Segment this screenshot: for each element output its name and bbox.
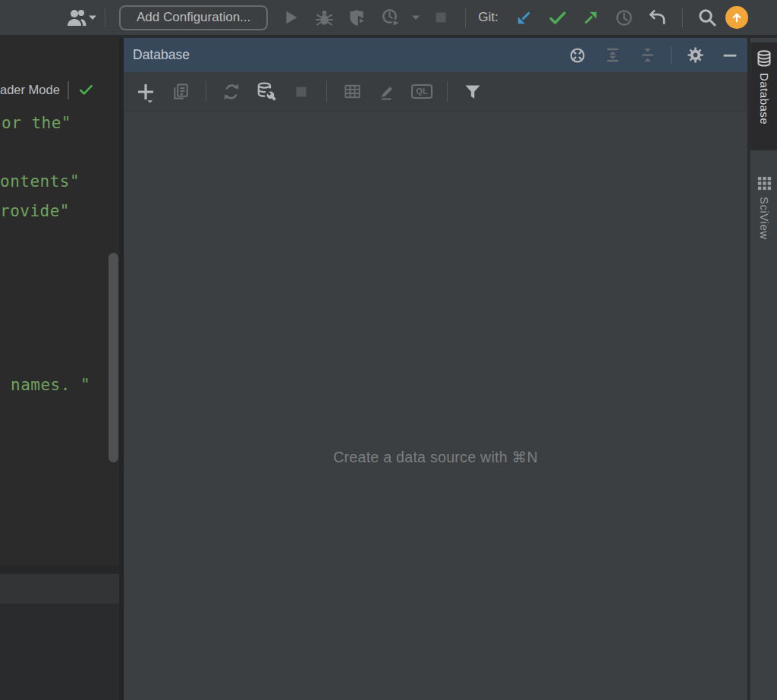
- panel-divider: [0, 565, 119, 574]
- database-icon: [755, 49, 773, 68]
- database-toolbar: QL: [124, 72, 747, 112]
- stripe-tab-label: Database: [758, 73, 771, 125]
- history-button[interactable]: [608, 5, 641, 30]
- debug-button[interactable]: [307, 5, 341, 30]
- add-configuration-button[interactable]: Add Configuration...: [119, 5, 268, 30]
- lower-panel: [0, 604, 119, 700]
- data-source-properties-icon[interactable]: [253, 79, 279, 105]
- main-toolbar: Add Configuration... Git:: [0, 0, 777, 36]
- stop-icon[interactable]: [288, 79, 314, 105]
- collapse-all-button[interactable]: [636, 44, 659, 67]
- query-console-icon[interactable]: QL: [409, 79, 435, 105]
- toolbar-divider: [465, 8, 466, 27]
- database-titlebar[interactable]: Database: [124, 38, 747, 72]
- run-button[interactable]: [274, 5, 307, 30]
- update-available-badge[interactable]: [725, 6, 748, 29]
- git-push-button[interactable]: [574, 5, 608, 30]
- code-line: rovide": [0, 202, 70, 220]
- panel-title: Database: [133, 47, 190, 63]
- filter-icon[interactable]: [460, 79, 486, 105]
- run-options-chevron-icon[interactable]: [407, 5, 424, 30]
- git-commit-button[interactable]: [541, 5, 574, 30]
- code-line: ontents": [0, 172, 80, 191]
- rollback-button[interactable]: [641, 5, 675, 30]
- settings-gear-icon[interactable]: [684, 44, 706, 67]
- refresh-icon[interactable]: [219, 79, 244, 105]
- lower-panel-header: [0, 574, 119, 604]
- ql-badge: QL: [411, 84, 432, 99]
- add-data-source-button[interactable]: [133, 79, 159, 105]
- code-line: names. ": [11, 376, 90, 394]
- toolbar-divider: [326, 81, 327, 102]
- user-icon: [65, 8, 88, 27]
- table-view-icon[interactable]: [339, 79, 365, 105]
- profiler-button[interactable]: [374, 5, 407, 30]
- duplicate-icon[interactable]: [168, 79, 193, 105]
- stripe-tab-database[interactable]: Database: [750, 43, 777, 150]
- empty-state-hint: Create a data source with ⌘N: [124, 449, 747, 466]
- stop-button[interactable]: [424, 5, 458, 30]
- reader-mode-label: ader Mode: [0, 83, 60, 97]
- widget-divider: [68, 81, 69, 99]
- chevron-down-icon: [88, 14, 97, 20]
- inspections-ok-icon[interactable]: [77, 80, 96, 99]
- git-label: Git:: [478, 10, 498, 25]
- hide-panel-button[interactable]: [719, 44, 741, 67]
- reader-mode-widget: ader Mode: [0, 80, 96, 99]
- sciview-grid-icon: [757, 175, 772, 191]
- toolbar-divider: [105, 8, 105, 27]
- arrow-up-icon: [730, 11, 744, 24]
- toolbar-divider: [447, 81, 448, 102]
- database-tool-window: Database: [124, 38, 747, 700]
- git-update-button[interactable]: [508, 5, 541, 30]
- stripe-tab-label: SciView: [758, 197, 771, 240]
- toolbar-divider: [682, 8, 683, 27]
- expand-all-button[interactable]: [601, 44, 624, 67]
- run-with-coverage-button[interactable]: [341, 5, 374, 30]
- titlebar-divider: [671, 46, 672, 65]
- right-tool-window-stripe: Database SciView: [750, 38, 777, 700]
- code-line: or the": [2, 114, 71, 132]
- toolbar-divider: [206, 81, 206, 102]
- edit-icon[interactable]: [374, 79, 400, 105]
- editor-scrollbar-thumb[interactable]: [109, 253, 118, 462]
- stripe-tab-sciview[interactable]: SciView: [750, 169, 777, 258]
- editor-pane[interactable]: ader Mode or the" ontents" rovide" names…: [0, 38, 124, 700]
- locate-object-button[interactable]: [566, 44, 589, 67]
- search-everywhere-button[interactable]: [690, 5, 724, 30]
- user-menu[interactable]: [65, 8, 97, 27]
